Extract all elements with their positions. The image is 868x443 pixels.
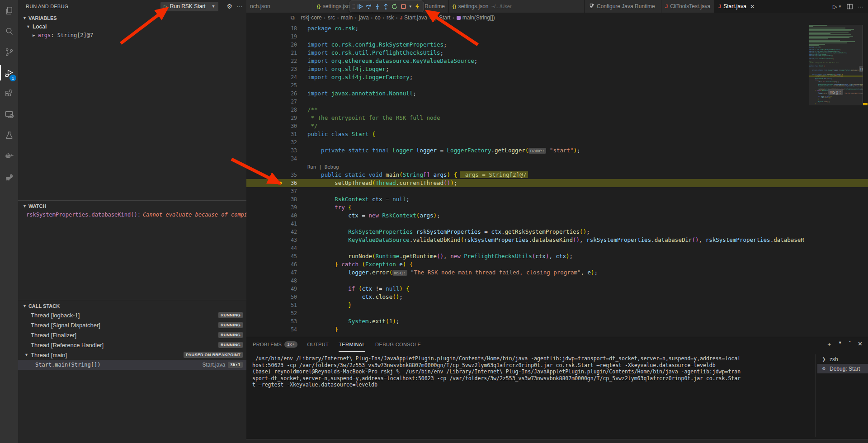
line-number[interactable]: 53 [246, 317, 297, 325]
step-out-icon[interactable] [382, 3, 389, 10]
restore-editors-icon[interactable]: ⧉ [291, 14, 295, 21]
line-number[interactable]: 41 [246, 220, 297, 228]
code-line-28[interactable]: 28/** [246, 106, 868, 114]
code-line-43[interactable]: 43 KeyValueDataSource.validateDbKind(rsk… [246, 236, 868, 244]
line-number[interactable]: 19 [246, 33, 297, 41]
tab-settings-json[interactable]: {}settings.json~/.../User [449, 0, 585, 13]
tab-start-java[interactable]: JStart.java✕ [715, 0, 759, 13]
line-number[interactable]: 46 [246, 260, 297, 269]
code-line-51[interactable]: 51 } [246, 301, 868, 309]
code-line-30[interactable]: 30 */ [246, 122, 868, 130]
watch-expression-row[interactable]: rskSystemProperties.databaseKind(): Cann… [18, 210, 246, 219]
stop-icon[interactable] [400, 3, 407, 10]
run-or-debug-button[interactable]: ▷▼ [833, 3, 842, 10]
breakpoints-section-header[interactable]: ▶ BREAKPOINTS [18, 441, 868, 443]
gear-icon[interactable]: ⚙ [226, 3, 232, 10]
code-line-19[interactable]: 19 [246, 33, 868, 41]
explorer-icon[interactable] [0, 0, 18, 21]
line-number[interactable]: 40 [246, 212, 297, 220]
variables-section-header[interactable]: ▼ VARIABLES [18, 14, 246, 22]
line-number[interactable]: 44 [246, 244, 297, 252]
source-control-icon[interactable] [0, 42, 18, 62]
step-over-icon[interactable] [365, 3, 372, 10]
line-number[interactable]: 45 [246, 252, 297, 260]
terminal-session-debug-start[interactable]: ⚙Debug: Start [817, 364, 868, 373]
code-line-50[interactable]: 50 ctx.close(); [246, 293, 868, 301]
tab-clitoolstest-java[interactable]: JCliToolsTest.java [661, 0, 715, 13]
code-lens-run-debug[interactable]: Run | Debug [246, 163, 868, 171]
close-panel-icon[interactable]: ✕ [858, 340, 863, 349]
line-number[interactable]: 35 [246, 171, 297, 179]
new-terminal-icon[interactable]: ＋ [826, 340, 832, 349]
line-number[interactable]: 26 [246, 90, 297, 98]
call-stack-thread-row[interactable]: ▼Thread [main]PAUSED ON BREAKPOINT [18, 350, 246, 360]
step-into-icon[interactable] [374, 3, 381, 10]
panel-tab-problems[interactable]: PROBLEMS1K+ [253, 337, 297, 352]
line-number[interactable]: 22 [246, 57, 297, 65]
code-line-41[interactable]: 41 [246, 220, 868, 228]
line-number[interactable]: 21 [246, 49, 297, 57]
breadcrumb-item-start-java[interactable]: JStart.java [400, 14, 427, 21]
variable-row-args[interactable]: ▶ args : String[2]@7 [18, 31, 246, 39]
terminal-output[interactable]: /usr/bin/env /Library/Internet\ Plug-Ins… [252, 355, 814, 436]
watch-section-header[interactable]: ▼ WATCH [18, 202, 246, 210]
panel-tab-debug-console[interactable]: DEBUG CONSOLE [375, 337, 421, 352]
tab-configure-java-runtime[interactable]: Configure Java Runtime [585, 0, 661, 13]
restart-icon[interactable] [391, 3, 398, 10]
line-number[interactable]: 39 [246, 203, 297, 212]
extensions-icon[interactable] [0, 83, 18, 104]
run-and-debug-icon[interactable]: 1 [0, 62, 18, 83]
tab-nch-json[interactable]: nch.json [246, 0, 313, 13]
breadcrumb-item-rskj-core[interactable]: rskj-core [301, 14, 322, 21]
line-number[interactable]: 28 [246, 106, 297, 114]
code-line-29[interactable]: 29 * The entrypoint for the RSK full nod… [246, 114, 868, 122]
breadcrumb-item-rsk[interactable]: rsk [387, 14, 394, 21]
gradle-icon[interactable] [0, 166, 18, 187]
code-line-42[interactable]: 42 RskSystemProperties rskSystemProperti… [246, 228, 868, 236]
line-number[interactable]: 30 [246, 122, 297, 130]
split-editor-icon[interactable] [846, 3, 853, 10]
line-number[interactable]: 47 [246, 269, 297, 277]
stop-dropdown-chevron-icon[interactable]: ▼ [409, 5, 412, 9]
line-number[interactable]: 51 [246, 301, 297, 309]
panel-tab-terminal[interactable]: TERMINAL [339, 337, 365, 352]
close-icon[interactable]: ✕ [750, 3, 755, 10]
line-number[interactable]: 33 [246, 146, 297, 155]
code-line-38[interactable]: 38 RskContext ctx = null; [246, 195, 868, 203]
code-line-47[interactable]: 47 logger.error(msg: "The RSK node main … [246, 269, 868, 277]
call-stack-thread-row[interactable]: Thread [Finalizer]RUNNING [18, 330, 246, 340]
line-number[interactable]: 31 [246, 130, 297, 138]
line-number[interactable]: 18 [246, 24, 297, 33]
call-stack-thread-row[interactable]: Thread [Reference Handler]RUNNING [18, 340, 246, 350]
code-editor[interactable]: 18package co.rsk;1920import co.rsk.confi… [246, 23, 868, 337]
minimap[interactable]: package co.rsk; import co.rsk.config.Rsk… [809, 25, 863, 115]
line-number[interactable]: 25 [246, 81, 297, 90]
breadcrumb-item-src[interactable]: src [328, 14, 335, 21]
more-actions-icon[interactable]: ··· [236, 3, 243, 10]
line-number[interactable]: 32 [246, 138, 297, 146]
code-line-24[interactable]: 24import org.slf4j.LoggerFactory; [246, 73, 868, 81]
line-number[interactable]: 43 [246, 236, 297, 244]
code-line-21[interactable]: 21import co.rsk.util.PreflightChecksUtil… [246, 49, 868, 57]
call-stack-section-header[interactable]: ▼ CALL STACK [18, 302, 246, 310]
line-number[interactable]: 50 [246, 293, 297, 301]
line-number[interactable]: 24 [246, 73, 297, 81]
code-line-45[interactable]: 45 runNode(Runtime.getRuntime(), new Pre… [246, 252, 868, 260]
breadcrumb-item-main[interactable]: main [341, 14, 353, 21]
code-line-54[interactable]: 54 } [246, 325, 868, 334]
code-line-25[interactable]: 25 [246, 81, 868, 90]
code-line-27[interactable]: 27 [246, 98, 868, 106]
code-line-20[interactable]: 20import co.rsk.config.RskSystemProperti… [246, 41, 868, 49]
line-number[interactable]: 23 [246, 65, 297, 73]
line-number[interactable]: 27 [246, 98, 297, 106]
code-line-44[interactable]: 44 [246, 244, 868, 252]
run-configuration-dropdown[interactable]: ▷ Run RSK Start ▼ [160, 2, 218, 11]
remote-explorer-icon[interactable] [0, 104, 18, 125]
code-line-23[interactable]: 23import org.slf4j.Logger; [246, 65, 868, 73]
code-line-48[interactable]: 48 [246, 277, 868, 285]
line-number[interactable]: 42 [246, 228, 297, 236]
breadcrumb-item-co[interactable]: co [375, 14, 381, 21]
code-line-35[interactable]: 35 public static void main(String[] args… [246, 171, 868, 179]
line-number[interactable]: 49 [246, 285, 297, 293]
code-line-52[interactable]: 52 [246, 309, 868, 317]
